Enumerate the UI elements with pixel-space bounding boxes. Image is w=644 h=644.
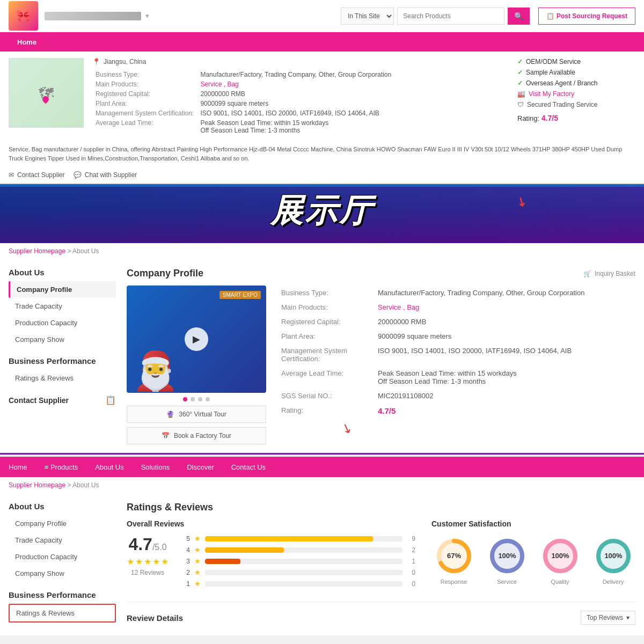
bottom-section: Home ≡ Products About Us Solutions Disco… — [0, 457, 644, 635]
search-scope-select[interactable]: In This Site Products Suppliers — [341, 8, 394, 25]
value: 4.7/5 — [374, 403, 635, 419]
ratings-title: Ratings & Reviews — [127, 493, 635, 519]
dot-4[interactable] — [206, 397, 210, 401]
factory-tour-button[interactable]: 📅 Book a Factory Tour — [127, 427, 266, 444]
circle-delivery: 100% Delivery — [594, 537, 633, 585]
star-1: ★ — [127, 557, 134, 567]
table-row: Plant Area: 9000099 square meters — [92, 99, 509, 108]
location-line: 📍 Jiangsu, China — [92, 58, 509, 65]
bottom-layout: About Us Company Profile Trade Capacity … — [0, 493, 644, 635]
sidebar-item-company-profile[interactable]: Company Profile — [9, 281, 116, 298]
top-reviews-select[interactable]: Top Reviews ▾ — [581, 611, 635, 625]
location-text: Jiangsu, China — [104, 58, 146, 65]
business-perf-sidebar-title: Business Performance — [9, 356, 116, 365]
chat-icon: 💬 — [74, 171, 82, 179]
value: 9000099 square meters — [374, 329, 635, 343]
overlay-section: 展示厅 ↘ — [0, 184, 644, 243]
table-row: Management System Certification: ISO 900… — [277, 343, 635, 366]
products-link[interactable]: Service , Bag — [378, 303, 419, 311]
virtual-tour-button[interactable]: 🔮 360° Virtual Tour — [127, 406, 266, 423]
review-details-title: Review Details — [127, 613, 183, 623]
bottom-nav-home[interactable]: Home — [0, 457, 36, 477]
video-box: 🎅 SMART EXPO ▶ — [127, 286, 266, 393]
bottom-sidebar-ratings-reviews[interactable]: Ratings & Reviews — [9, 604, 116, 623]
badge-text: OEM/ODM Service — [526, 58, 581, 65]
table-row: Business Type: Manufacturer/Factory, Tra… — [92, 70, 509, 79]
breadcrumb-current: About Us — [72, 247, 99, 255]
bottom-sidebar-company-profile[interactable]: Company Profile — [9, 515, 116, 532]
search-button[interactable]: 🔍 — [508, 8, 530, 25]
sidebar-item-ratings[interactable]: Ratings & Reviews — [9, 370, 116, 386]
top-section: 🎀 ▾ In This Site Products Suppliers 🔍 📋 … — [0, 0, 644, 184]
bottom-sidebar-trade-capacity[interactable]: Trade Capacity — [9, 532, 116, 548]
label: Business Type: — [92, 70, 197, 79]
company-description: Service, Bag manufacturer / supplier in … — [0, 142, 644, 167]
delivery-label: Delivery — [594, 579, 633, 585]
profile-details: Business Type: Manufacturer/Factory, Tra… — [277, 286, 635, 444]
dot-1[interactable] — [183, 397, 187, 401]
visit-factory-link[interactable]: 🏭 Visit My Factory — [517, 90, 635, 98]
bottom-business-perf-title: Business Performance — [9, 590, 116, 599]
breadcrumb-home-link[interactable]: Supplier Homepage — [9, 247, 65, 255]
secured-text: Secured Trading Service — [527, 101, 597, 108]
ratings-body: Overall Reviews 4.7/5.0 ★ ★ ★ ★ ★ — [127, 519, 635, 591]
bar-count: 1 — [407, 558, 415, 565]
chat-supplier-button[interactable]: 💬 Chat with Supplier — [74, 171, 137, 179]
stars-row: ★ ★ ★ ★ ★ — [127, 557, 169, 567]
vr-icon: 🔮 — [166, 411, 174, 418]
left-sidebar: About Us Company Profile Trade Capacity … — [9, 259, 116, 444]
nav-home[interactable]: Home — [9, 32, 45, 52]
bar-fill — [205, 547, 284, 553]
table-row: Management System Certification: ISO 900… — [92, 108, 509, 118]
search-input[interactable] — [397, 8, 504, 25]
table-row: Average Lead Time: Peak Season Lead Time… — [277, 366, 635, 389]
contact-supplier-button[interactable]: ✉ Contact Supplier — [9, 171, 65, 179]
about-us-sidebar-title: About Us — [9, 268, 116, 277]
bottom-nav-solutions[interactable]: Solutions — [133, 457, 178, 477]
rating-value: 4.7/5 — [378, 406, 396, 415]
value: Manufacturer/Factory, Trading Company, O… — [374, 286, 635, 300]
bottom-nav-about[interactable]: About Us — [86, 457, 132, 477]
response-circle-svg: 67% — [435, 537, 473, 575]
contact-supplier-title: Contact Supplier 📋 — [9, 395, 116, 405]
inquiry-basket-button[interactable]: 🛒 Inquiry Basket — [583, 270, 635, 277]
sidebar-item-company-show[interactable]: Company Show — [9, 331, 116, 348]
email-icon: ✉ — [9, 171, 14, 179]
rating-score: 4.7/5.0 — [127, 535, 169, 554]
label: Main Products: — [92, 79, 197, 89]
bottom-nav-discover[interactable]: Discover — [178, 457, 223, 477]
company-details: 📍 Jiangsu, China Business Type: Manufact… — [92, 58, 509, 135]
bottom-breadcrumb-current: About Us — [72, 481, 99, 489]
bar-count: 0 — [407, 580, 415, 588]
play-button[interactable]: ▶ — [185, 327, 208, 351]
bottom-nav-products[interactable]: ≡ Products — [36, 457, 87, 477]
bar-count: 9 — [407, 535, 415, 543]
home-nav: Home — [0, 32, 644, 52]
satisfaction-title: Customer Satisfaction — [431, 519, 635, 528]
check-icon: ✓ — [517, 69, 523, 76]
overall-reviews: Overall Reviews 4.7/5.0 ★ ★ ★ ★ ★ — [127, 519, 415, 591]
bottom-breadcrumb-home-link[interactable]: Supplier Homepage — [9, 481, 65, 489]
bar-count: 0 — [407, 569, 415, 576]
bottom-sidebar-company-show[interactable]: Company Show — [9, 565, 116, 582]
sidebar-item-trade-capacity[interactable]: Trade Capacity — [9, 298, 116, 314]
sidebar-item-production-capacity[interactable]: Production Capacity — [9, 314, 116, 331]
review-count: 12 Reviews — [127, 569, 169, 576]
company-name-bar: ▾ — [45, 12, 341, 20]
bottom-sidebar-production-capacity[interactable]: Production Capacity — [9, 548, 116, 565]
review-details-header: Review Details Top Reviews ▾ — [127, 602, 635, 625]
company-info-area: 🗺 📍 Jiangsu, China Business Type: Manufa… — [0, 52, 644, 142]
bar-bg — [205, 547, 402, 553]
star-half: ★ — [161, 557, 169, 567]
post-sourcing-button[interactable]: 📋 Post Sourcing Request — [538, 8, 635, 25]
ratings-main: Ratings & Reviews Overall Reviews 4.7/5.… — [127, 493, 635, 625]
star-bar-row-3: 3 ★ 1 — [179, 557, 415, 565]
dot-2[interactable] — [191, 397, 195, 401]
star-icon: ★ — [194, 580, 201, 588]
star-3: ★ — [144, 557, 151, 567]
response-label: Response — [435, 579, 473, 585]
products-link[interactable]: Service , Bag — [200, 80, 238, 88]
company-logo: 🎀 — [9, 1, 38, 31]
dot-3[interactable] — [198, 397, 202, 401]
bottom-nav-contact[interactable]: Contact Us — [223, 457, 274, 477]
